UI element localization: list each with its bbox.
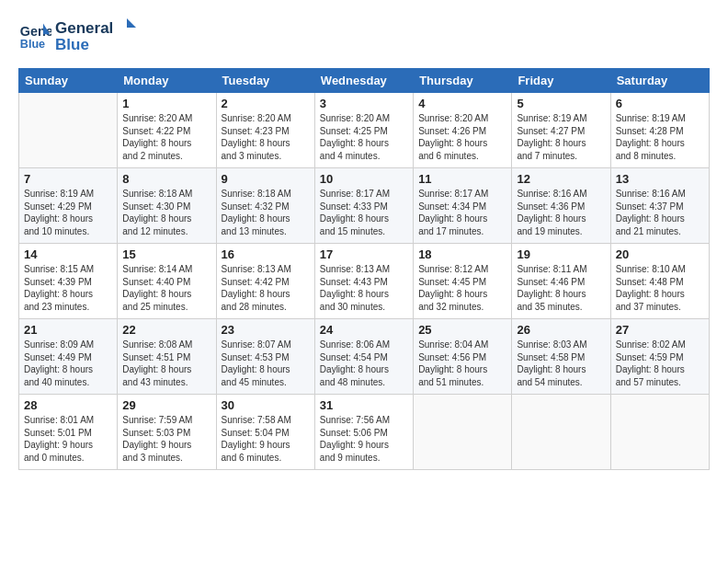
day-number: 1 [122, 97, 210, 110]
cell-text-line: Daylight: 8 hours [616, 137, 704, 150]
cell-text-line: Daylight: 8 hours [222, 213, 310, 225]
calendar-cell: 24Sunrise: 8:06 AMSunset: 4:54 PMDayligh… [314, 319, 413, 395]
cell-text-line: and 45 minutes. [222, 376, 310, 389]
calendar-cell: 6Sunrise: 8:19 AMSunset: 4:28 PMDaylight… [610, 93, 709, 168]
cell-text-line: and 19 minutes. [517, 225, 605, 238]
day-number: 21 [24, 323, 112, 337]
cell-text-line: Sunrise: 8:12 AM [418, 263, 506, 276]
day-number: 19 [517, 247, 605, 261]
cell-text-line: Sunrise: 8:13 AM [320, 263, 408, 276]
cell-text-line: and 9 minutes. [320, 452, 408, 465]
cell-text-line: Daylight: 8 hours [24, 213, 112, 225]
calendar-cell: 26Sunrise: 8:03 AMSunset: 4:58 PMDayligh… [512, 319, 610, 395]
calendar-cell [414, 395, 512, 470]
day-number: 17 [320, 247, 408, 261]
cell-text-line: Daylight: 8 hours [517, 137, 605, 150]
day-number: 10 [320, 172, 408, 186]
weekday-header-sunday: Sunday [19, 69, 118, 93]
cell-text-line: and 23 minutes. [24, 301, 112, 314]
calendar-cell: 5Sunrise: 8:19 AMSunset: 4:27 PMDaylight… [512, 93, 610, 168]
cell-text-line: and 37 minutes. [616, 301, 704, 314]
calendar-cell [512, 395, 610, 470]
cell-text-line: Daylight: 9 hours [320, 439, 408, 452]
cell-text-line: and 8 minutes. [616, 150, 704, 163]
cell-text-line: Sunset: 4:27 PM [517, 125, 605, 138]
cell-text-line: Daylight: 9 hours [222, 439, 310, 452]
cell-text-line: Sunset: 4:36 PM [517, 201, 605, 213]
cell-text-line: Sunrise: 8:17 AM [418, 188, 506, 201]
cell-text-line: Sunrise: 8:20 AM [222, 112, 310, 125]
cell-text-line: and 13 minutes. [222, 225, 310, 238]
cell-text-line: Daylight: 8 hours [320, 288, 408, 301]
day-number: 25 [418, 323, 506, 337]
day-number: 7 [24, 172, 112, 186]
week-row-2: 7Sunrise: 8:19 AMSunset: 4:29 PMDaylight… [19, 168, 710, 244]
cell-text-line: and 4 minutes. [320, 150, 408, 163]
cell-text-line: Sunrise: 7:58 AM [222, 414, 310, 427]
cell-text-line: Daylight: 8 hours [24, 288, 112, 301]
calendar-cell: 16Sunrise: 8:13 AMSunset: 4:42 PMDayligh… [216, 244, 314, 319]
calendar-cell: 19Sunrise: 8:11 AMSunset: 4:46 PMDayligh… [512, 244, 610, 319]
calendar-cell: 1Sunrise: 8:20 AMSunset: 4:22 PMDaylight… [118, 93, 216, 168]
day-number: 14 [24, 247, 112, 261]
cell-text-line: and 43 minutes. [122, 376, 210, 389]
cell-text-line: and 12 minutes. [122, 225, 210, 238]
week-row-4: 21Sunrise: 8:09 AMSunset: 4:49 PMDayligh… [19, 319, 710, 395]
cell-text-line: Sunrise: 8:17 AM [320, 188, 408, 201]
cell-text-line: Sunrise: 8:20 AM [122, 112, 210, 125]
day-number: 26 [517, 323, 605, 337]
cell-text-line: Sunrise: 8:07 AM [222, 339, 310, 351]
cell-text-line: and 54 minutes. [517, 376, 605, 389]
day-number: 6 [616, 97, 704, 110]
weekday-header-thursday: Thursday [414, 69, 512, 93]
cell-text-line: and 3 minutes. [222, 150, 310, 163]
calendar-cell: 7Sunrise: 8:19 AMSunset: 4:29 PMDaylight… [19, 168, 118, 244]
day-number: 23 [222, 323, 310, 337]
cell-text-line: Daylight: 8 hours [320, 137, 408, 150]
cell-text-line: Sunset: 4:48 PM [616, 276, 704, 289]
cell-text-line: Sunset: 5:01 PM [24, 427, 112, 440]
week-row-1: 1Sunrise: 8:20 AMSunset: 4:22 PMDaylight… [19, 93, 710, 168]
cell-text-line: and 7 minutes. [517, 150, 605, 163]
cell-text-line: and 35 minutes. [517, 301, 605, 314]
cell-text-line: Daylight: 8 hours [616, 363, 704, 376]
cell-text-line: Sunrise: 8:08 AM [122, 339, 210, 351]
cell-text-line: Sunset: 4:53 PM [222, 351, 310, 364]
calendar-table: SundayMondayTuesdayWednesdayThursdayFrid… [18, 68, 710, 470]
cell-text-line: Sunset: 5:06 PM [320, 427, 408, 440]
calendar-cell: 21Sunrise: 8:09 AMSunset: 4:49 PMDayligh… [19, 319, 118, 395]
day-number: 15 [122, 247, 210, 261]
day-number: 18 [418, 247, 506, 261]
cell-text-line: and 15 minutes. [320, 225, 408, 238]
cell-text-line: Sunrise: 7:59 AM [122, 414, 210, 427]
svg-text:Blue: Blue [20, 38, 45, 51]
day-number: 5 [517, 97, 605, 110]
cell-text-line: Daylight: 8 hours [24, 363, 112, 376]
cell-text-line: Daylight: 8 hours [418, 363, 506, 376]
calendar-cell: 12Sunrise: 8:16 AMSunset: 4:36 PMDayligh… [512, 168, 610, 244]
calendar-cell [19, 93, 118, 168]
calendar-cell: 17Sunrise: 8:13 AMSunset: 4:43 PMDayligh… [314, 244, 413, 319]
cell-text-line: Sunset: 4:26 PM [418, 125, 506, 138]
calendar-cell: 15Sunrise: 8:14 AMSunset: 4:40 PMDayligh… [118, 244, 216, 319]
cell-text-line: Sunset: 4:43 PM [320, 276, 408, 289]
weekday-header-row: SundayMondayTuesdayWednesdayThursdayFrid… [19, 69, 710, 93]
cell-text-line: Daylight: 8 hours [517, 288, 605, 301]
cell-text-line: Daylight: 8 hours [122, 213, 210, 225]
calendar-cell: 14Sunrise: 8:15 AMSunset: 4:39 PMDayligh… [19, 244, 118, 319]
cell-text-line: Sunrise: 8:03 AM [517, 339, 605, 351]
cell-text-line: Sunrise: 8:19 AM [616, 112, 704, 125]
cell-text-line: Sunset: 4:23 PM [222, 125, 310, 138]
cell-text-line: Sunrise: 8:09 AM [24, 339, 112, 351]
cell-text-line: Sunrise: 8:04 AM [418, 339, 506, 351]
week-row-3: 14Sunrise: 8:15 AMSunset: 4:39 PMDayligh… [19, 244, 710, 319]
cell-text-line: and 21 minutes. [616, 225, 704, 238]
cell-text-line: Sunrise: 8:16 AM [616, 188, 704, 201]
cell-text-line: Sunset: 4:32 PM [222, 201, 310, 213]
cell-text-line: Daylight: 8 hours [418, 288, 506, 301]
logo-svg: General Blue [55, 17, 138, 55]
cell-text-line: and 6 minutes. [222, 452, 310, 465]
calendar-cell: 25Sunrise: 8:04 AMSunset: 4:56 PMDayligh… [414, 319, 512, 395]
weekday-header-saturday: Saturday [610, 69, 709, 93]
cell-text-line: and 28 minutes. [222, 301, 310, 314]
